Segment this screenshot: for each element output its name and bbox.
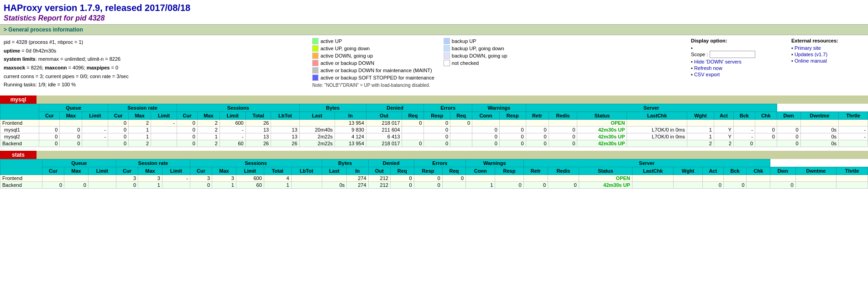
col-d-req: Req bbox=[390, 167, 414, 175]
legend-color-active-up bbox=[312, 38, 319, 44]
primary-site-link[interactable]: Primary site bbox=[795, 45, 821, 51]
system-info: pid = 4328 (process #1, nbproc = 1) upti… bbox=[4, 38, 129, 89]
legend-left: active UP active UP, going down active D… bbox=[312, 38, 434, 89]
col-group-warnings: Warnings bbox=[466, 159, 523, 167]
col-group-server: Server bbox=[526, 104, 777, 112]
legend-color-backup-up-going-down bbox=[444, 45, 450, 52]
proxy-stats-title: stats bbox=[0, 151, 37, 159]
tasks-line: Running tasks: 1/9; idle = 100 % bbox=[4, 80, 129, 89]
legend-item-active-backup-down: active or backup DOWN bbox=[312, 60, 434, 66]
col-srv-dwn: Dwn bbox=[770, 167, 795, 175]
updates-link[interactable]: Updates (v1.7) bbox=[795, 52, 827, 57]
legend-item-backup-up: backup UP bbox=[444, 38, 507, 44]
col-sr-cur: Cur bbox=[116, 167, 138, 175]
legend: active UP active UP, going down active D… bbox=[138, 38, 682, 89]
scope-item: Scope : bbox=[691, 45, 782, 58]
refresh-now-link[interactable]: Refresh now bbox=[694, 65, 722, 71]
col-s-lbtot: LbTot bbox=[291, 167, 322, 175]
table-row: Frontend 33- 336004 274212 00 0 OPEN bbox=[0, 175, 868, 182]
legend-color-active-backup-down bbox=[312, 60, 319, 66]
col-group-denied: Denied bbox=[368, 159, 414, 167]
csv-export-item[interactable]: CSV export bbox=[691, 72, 782, 77]
col-group-server: Server bbox=[523, 159, 770, 167]
col-group-queue: Queue bbox=[39, 104, 108, 112]
col-srv-thrtle: Thrtle bbox=[837, 167, 868, 175]
proxy-stats-table-wrapper: Queue Session rate Sessions Bytes Denied… bbox=[0, 159, 868, 189]
legend-item-active-up-going-down: active UP, going down bbox=[312, 45, 434, 52]
legend-color-active-up-going-down bbox=[312, 45, 319, 52]
legend-item-active-down-going-up: active DOWN, going up bbox=[312, 53, 434, 59]
legend-item-backup-down-going-up: backup DOWN, going up bbox=[444, 53, 507, 59]
col-s-last: Last bbox=[299, 112, 335, 120]
col-w-retr: Retr bbox=[526, 112, 549, 120]
col-q-cur: Cur bbox=[39, 112, 60, 120]
col-d-resp: Resp bbox=[424, 112, 450, 120]
pid-line: pid = 4328 (process #1, nbproc = 1) bbox=[4, 38, 129, 47]
col-s-total: Total bbox=[246, 112, 271, 120]
col-s-total: Total bbox=[264, 167, 291, 175]
row-name: Backend bbox=[0, 182, 42, 189]
col-srv-status: Status bbox=[579, 167, 632, 175]
legend-item-soft-stopped: active or backup SOFT STOPPED for mainte… bbox=[312, 74, 434, 81]
page-title: HAProxy version 1.7.9, released 2017/08/… bbox=[0, 0, 868, 14]
col-s-limit: Limit bbox=[236, 167, 264, 175]
syslimits-line: system limits: memmax = unlimited; ulimi… bbox=[4, 55, 129, 64]
col-s-limit: Limit bbox=[220, 112, 246, 120]
col-group-sessions: Sessions bbox=[177, 104, 299, 112]
col-srv-dwn: Dwn bbox=[777, 112, 800, 120]
col-srv-lastchk: LastChk bbox=[632, 167, 674, 175]
col-group-errors: Errors bbox=[414, 159, 466, 167]
col-srv-dwntme: Dwntme bbox=[795, 167, 837, 175]
col-s-last: Last bbox=[322, 167, 347, 175]
refresh-now-item[interactable]: Refresh now bbox=[691, 65, 782, 71]
display-options-title: Display option: bbox=[691, 38, 782, 43]
col-srv-bck: Bck bbox=[733, 112, 755, 120]
col-srv-status: Status bbox=[577, 112, 627, 120]
hide-down-servers-link[interactable]: Hide 'DOWN' servers bbox=[694, 59, 742, 64]
proxy-mysql-table: Queue Session rate Sessions Bytes Denied… bbox=[0, 104, 868, 147]
general-info-header[interactable]: > General process information bbox=[0, 24, 868, 35]
col-sr-cur: Cur bbox=[108, 112, 129, 120]
col-srv-act: Act bbox=[702, 167, 723, 175]
col-q-cur: Cur bbox=[42, 167, 64, 175]
scope-input[interactable] bbox=[710, 51, 755, 58]
col-srv-lastchk: LastChk bbox=[627, 112, 687, 120]
csv-export-link[interactable]: CSV export bbox=[694, 72, 720, 77]
col-s-max: Max bbox=[197, 112, 220, 120]
row-name: mysql1 bbox=[0, 127, 39, 133]
online-manual-item[interactable]: Online manual bbox=[791, 58, 864, 64]
display-options: Display option: Scope : Hide 'DOWN' serv… bbox=[691, 38, 782, 89]
col-b-out: Out bbox=[368, 167, 390, 175]
col-w-retr: Retr bbox=[523, 167, 548, 175]
updates-item[interactable]: Updates (v1.7) bbox=[791, 52, 864, 57]
col-group-queue: Queue bbox=[42, 159, 116, 167]
col-srv-wght: Wght bbox=[674, 167, 702, 175]
col-group-denied: Denied bbox=[366, 104, 424, 112]
primary-site-item[interactable]: Primary site bbox=[791, 45, 864, 51]
table-row: Backend 00 02 026026262m22s 13 954218 01… bbox=[0, 140, 868, 147]
col-sr-limit: Limit bbox=[162, 167, 190, 175]
proxy-mysql-table-wrapper: Queue Session rate Sessions Bytes Denied… bbox=[0, 104, 868, 147]
legend-item-not-checked: not checked bbox=[444, 60, 507, 66]
proxy-stats-table: Queue Session rate Sessions Bytes Denied… bbox=[0, 159, 868, 189]
hide-down-servers-item[interactable]: Hide 'DOWN' servers bbox=[691, 59, 782, 64]
col-q-limit: Limit bbox=[82, 112, 108, 120]
col-e-resp: Resp bbox=[499, 112, 526, 120]
col-d-resp: Resp bbox=[414, 167, 442, 175]
online-manual-link[interactable]: Online manual bbox=[795, 58, 827, 64]
legend-color-soft-stopped bbox=[312, 74, 319, 81]
maxsock-line: maxsock = 8226; maxconn = 4096; maxpipes… bbox=[4, 64, 129, 72]
legend-item-active-up: active UP bbox=[312, 38, 434, 44]
col-group-bytes: Bytes bbox=[299, 104, 366, 112]
row-name: Frontend bbox=[0, 120, 39, 127]
col-srv-chk: Chk bbox=[747, 167, 770, 175]
col-sr-max: Max bbox=[138, 167, 162, 175]
col-w-redis: Redis bbox=[548, 167, 579, 175]
legend-right: backup UP backup UP, going down backup D… bbox=[444, 38, 507, 89]
legend-color-maint bbox=[312, 67, 319, 74]
col-name bbox=[0, 104, 39, 120]
col-group-warnings: Warnings bbox=[472, 104, 526, 112]
legend-color-backup-down-going-up bbox=[444, 53, 450, 59]
col-d-req: Req bbox=[402, 112, 424, 120]
col-name bbox=[0, 159, 42, 175]
